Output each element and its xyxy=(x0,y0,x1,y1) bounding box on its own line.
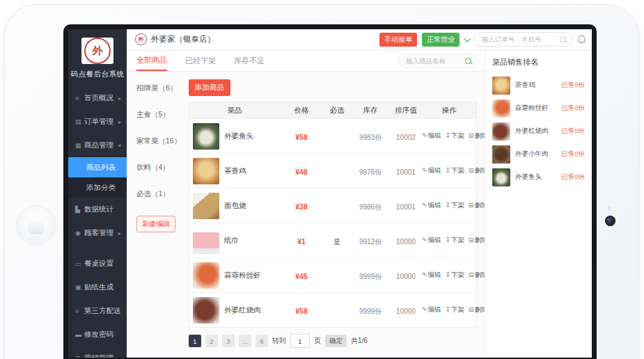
chevron-icon: ▾ xyxy=(118,143,121,149)
goto-page-input[interactable] xyxy=(290,334,310,348)
sidebar-item-icon: ▦ xyxy=(75,142,84,149)
sidebar-item[interactable]: ▤ 订单管理 ▸ xyxy=(68,110,127,134)
row-actions: ✎编辑 ↧下架 ⊟删除 xyxy=(422,271,488,280)
take-off-shelf-button[interactable]: ↧下架 xyxy=(446,201,465,210)
manual-order-button[interactable]: 手动接单 xyxy=(379,33,417,47)
sidebar-menu-top: ≡ 首页概况 ▸ ▤ 订单管理 ▸ ▦ 商品管理 xyxy=(68,86,127,157)
sidebar-item-icon: ▣ xyxy=(75,284,84,291)
ranking-item: 蒜蓉粉丝虾 已售0份 xyxy=(492,97,585,120)
sidebar-item-label: 第三方配送 xyxy=(84,306,121,316)
dish-stock: 9983份 xyxy=(359,134,382,141)
sold-count-badge: 已售0份 xyxy=(561,173,585,182)
search-icon[interactable] xyxy=(465,58,471,64)
sold-count-badge: 已售0份 xyxy=(561,81,585,90)
sidebar-item-label: 顾客管理 xyxy=(84,228,118,238)
notification-bell-icon[interactable] xyxy=(577,35,586,45)
edit-icon: ✎ xyxy=(422,306,427,313)
category-item[interactable]: 主食（5） xyxy=(136,110,188,120)
category-item[interactable]: 必选（1） xyxy=(136,189,188,199)
business-status-button[interactable]: 正常营业 xyxy=(422,33,460,47)
take-off-shelf-button[interactable]: ↧下架 xyxy=(446,131,465,141)
category-list: 招牌菜（6） 主食（5） 家常菜（16） xyxy=(127,72,188,358)
edit-button[interactable]: ✎编辑 xyxy=(422,271,441,280)
sidebar-subitem[interactable]: 商品列表 xyxy=(68,157,127,177)
dish-sort-value: 10001 xyxy=(396,168,416,176)
page-total: 共1/6 xyxy=(351,336,368,346)
category-item[interactable]: 饮料（4） xyxy=(136,163,188,173)
order-search-input[interactable] xyxy=(480,35,556,44)
off-shelf-icon: ↧ xyxy=(446,237,451,244)
sidebar-item[interactable]: ▭ 餐桌设置 xyxy=(68,252,127,276)
content-row: 全部商品 已经下架 库存不足 xyxy=(127,50,592,358)
category-item[interactable]: 招牌菜（6） xyxy=(136,83,188,93)
col-header-dish: 菜品 xyxy=(189,106,280,115)
category-item[interactable]: 家常菜（16） xyxy=(136,136,188,146)
page-button[interactable]: 1 xyxy=(189,335,201,347)
page-button[interactable]: 6 xyxy=(256,335,268,347)
tabs-bar: 全部商品 已经下架 库存不足 xyxy=(127,50,485,72)
add-product-button[interactable]: 添加商品 xyxy=(189,79,230,96)
sidebar-item[interactable]: ◉ 顾客管理 ▸ xyxy=(68,221,127,245)
sidebar-item-icon: ▭ xyxy=(75,260,84,267)
sidebar-item-icon: ≡ xyxy=(75,95,84,102)
dish-sort-value: 10002 xyxy=(396,134,416,141)
chevron-icon: ▸ xyxy=(118,95,121,102)
goto-confirm-button[interactable]: 确定 xyxy=(325,335,347,347)
take-off-shelf-button[interactable]: ↧下架 xyxy=(446,236,465,245)
table-body: 外婆鱼头 ¥58 9983份 10002 ✎编辑 xyxy=(189,118,476,327)
sidebar-item[interactable]: ≡ 首页概况 ▸ xyxy=(68,86,127,110)
dish-stock: 9999份 xyxy=(359,308,382,315)
goods-search-input[interactable] xyxy=(405,56,462,65)
row-actions: ✎编辑 ↧下架 ⊟删除 xyxy=(422,201,488,210)
dish-photo xyxy=(492,145,510,163)
sidebar-item[interactable]: ▦ 商品管理 ▾ xyxy=(68,134,127,157)
tab[interactable]: 已经下架 xyxy=(185,50,216,71)
dish-name: 蒜蓉粉丝虾 xyxy=(224,271,261,280)
sidebar-item-label: 餐桌设置 xyxy=(84,259,121,269)
page-button[interactable]: 2 xyxy=(205,335,218,347)
ranking-item: 茶香鸡 已售0份 xyxy=(492,74,585,97)
take-off-shelf-button[interactable]: ↧下架 xyxy=(446,166,465,175)
take-off-shelf-button[interactable]: ↧下架 xyxy=(446,271,465,280)
sidebar-subitem[interactable]: 添加分类 xyxy=(68,177,127,198)
sidebar-item[interactable]: ▙ 数据统计 xyxy=(68,198,127,221)
chevron-down-icon[interactable] xyxy=(464,35,471,42)
sidebar-item-label: 贴纸生成 xyxy=(84,282,121,292)
store-logo-icon: 外 xyxy=(135,33,147,45)
ranking-dish-name: 蒜蓉粉丝虾 xyxy=(515,104,549,113)
category-label: 招牌菜（6） xyxy=(136,83,177,92)
tab[interactable]: 库存不足 xyxy=(234,50,265,71)
edit-button[interactable]: ✎编辑 xyxy=(422,236,441,245)
sidebar-item-label: 商品管理 xyxy=(84,141,118,150)
edit-button[interactable]: ✎编辑 xyxy=(422,201,441,210)
tab[interactable]: 全部商品 xyxy=(136,50,167,71)
home-button[interactable] xyxy=(16,205,56,246)
dish-sort-value: 10000 xyxy=(396,273,416,280)
category-label: 家常菜（16） xyxy=(136,136,181,145)
new-edit-category-button[interactable]: 新建编辑 xyxy=(136,216,175,232)
sidebar-item[interactable]: ⊞ 营销管理 ▸ xyxy=(68,346,127,358)
sidebar-item[interactable]: ≡ 第三方配送 xyxy=(68,299,127,323)
page-unit-label: 页 xyxy=(314,336,321,346)
dish-photo xyxy=(193,297,219,324)
dish-cell: 面包烧 xyxy=(189,193,280,219)
dish-price: ¥1 xyxy=(297,237,306,246)
system-title: 码点餐后台系统 xyxy=(68,70,127,79)
edit-button[interactable]: ✎编辑 xyxy=(422,131,441,141)
sidebar-item-icon: ▤ xyxy=(75,118,84,125)
search-icon[interactable] xyxy=(560,36,566,42)
page-button[interactable]: … xyxy=(239,335,251,347)
sidebar-item[interactable]: ▣ 贴纸生成 xyxy=(68,276,127,299)
sidebar-item-icon: ▙ xyxy=(75,206,84,213)
sidebar-subitem-label: 商品列表 xyxy=(86,163,116,173)
dish-photo xyxy=(193,228,219,254)
edit-button[interactable]: ✎编辑 xyxy=(422,166,441,175)
goto-label: 转到 xyxy=(272,336,286,346)
take-off-shelf-button[interactable]: ↧下架 xyxy=(446,305,465,314)
edit-button[interactable]: ✎编辑 xyxy=(422,305,441,314)
page-button[interactable]: 3 xyxy=(222,335,235,347)
sidebar-item[interactable]: ▬ 修改密码 xyxy=(68,323,127,346)
edit-icon: ✎ xyxy=(422,237,427,244)
ranking-dish-name: 外婆红烧肉 xyxy=(515,127,549,136)
sidebar-item-icon: ≡ xyxy=(75,308,84,314)
